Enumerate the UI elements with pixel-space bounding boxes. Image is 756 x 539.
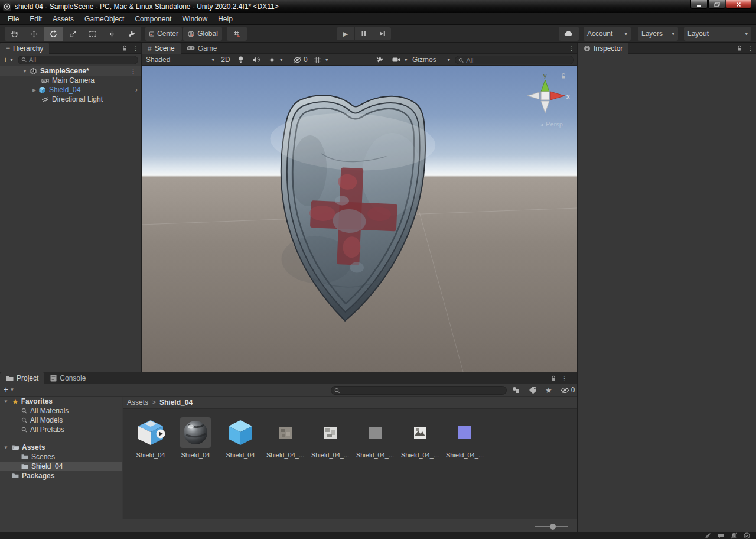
asset-item-normal-map[interactable]: Shield_04_... — [442, 417, 487, 459]
create-asset-button[interactable]: + ▾ — [4, 385, 14, 394]
breadcrumb-root[interactable]: Assets — [127, 398, 148, 407]
custom-tools-button[interactable] — [122, 27, 141, 41]
menu-file[interactable]: File — [2, 13, 24, 24]
layers-dropdown[interactable]: Layers ▾ — [638, 27, 678, 41]
slider-knob[interactable] — [550, 524, 556, 530]
transform-tool-button[interactable] — [102, 27, 122, 41]
tree-packages[interactable]: Packages — [0, 471, 122, 480]
tab-scene[interactable]: # Scene — [142, 43, 181, 54]
menu-gameobject[interactable]: GameObject — [79, 13, 129, 24]
shading-mode-dropdown[interactable]: Shaded ▾ — [146, 55, 214, 64]
activity-muted-icon[interactable] — [705, 532, 711, 539]
progress-check-icon[interactable] — [744, 532, 750, 539]
chevron-down-icon[interactable]: ▾ — [10, 57, 13, 63]
menu-help[interactable]: Help — [213, 13, 238, 24]
menu-window[interactable]: Window — [177, 13, 213, 24]
asset-item-prefab[interactable]: Shield_04 — [128, 417, 173, 459]
scene-audio-button[interactable] — [252, 55, 260, 64]
kebab-menu-icon[interactable]: ⋮ — [568, 45, 575, 51]
asset-item-texture[interactable]: Shield_04_... — [263, 417, 308, 459]
favorites-star-icon[interactable]: ★ — [545, 387, 552, 394]
tab-project[interactable]: Project — [0, 372, 44, 384]
play-button[interactable]: ▶ — [337, 27, 354, 40]
scene-tools-button[interactable] — [376, 55, 384, 64]
project-search-input[interactable] — [343, 387, 503, 394]
grid-snapping-button[interactable] — [227, 27, 247, 41]
asset-item-texture[interactable]: Shield_04_... — [353, 417, 397, 459]
close-button[interactable] — [726, 0, 751, 9]
scene-viewport[interactable]: y x ◄ Persp — [142, 66, 577, 372]
project-visibility-button[interactable]: 0 — [561, 386, 575, 394]
tree-folder-shield04[interactable]: Shield_04 — [0, 462, 122, 471]
menu-component[interactable]: Component — [129, 13, 177, 24]
scene-grid-dropdown[interactable]: ▾ — [314, 55, 328, 64]
pivot-toggle-button[interactable]: Center — [145, 27, 182, 41]
kebab-menu-icon[interactable]: ⋮ — [747, 45, 754, 51]
scene-root-row[interactable]: ▼ SampleScene* ⋮ — [0, 66, 141, 76]
kebab-menu-icon[interactable]: ⋮ — [130, 68, 136, 74]
gizmos-dropdown[interactable]: Gizmos ▾ — [412, 55, 450, 64]
kebab-menu-icon[interactable]: ⋮ — [132, 45, 139, 51]
scene-camera-dropdown[interactable]: ▾ — [392, 55, 408, 64]
tree-all-models[interactable]: All Models — [0, 415, 122, 425]
asset-item-texture[interactable]: Shield_04_... — [308, 417, 353, 459]
tree-assets[interactable]: ▼ Assets — [0, 443, 122, 452]
cloud-services-button[interactable] — [559, 27, 579, 41]
project-search[interactable] — [331, 386, 507, 395]
tree-favorites[interactable]: ▼ ★ Favorites — [0, 397, 122, 406]
menu-edit[interactable]: Edit — [24, 13, 47, 24]
thumbnail-size-slider[interactable] — [535, 526, 568, 527]
scene-visibility-button[interactable]: 0 — [293, 55, 308, 64]
tree-all-materials[interactable]: All Materials — [0, 406, 122, 415]
pause-button[interactable] — [355, 27, 373, 40]
chevron-right-icon[interactable]: › — [135, 86, 138, 94]
lock-icon[interactable] — [122, 45, 128, 51]
scene-search-input[interactable] — [466, 57, 571, 64]
hierarchy-item-shield[interactable]: ▶ Shield_04 › — [0, 85, 141, 95]
projection-mode-label[interactable]: ◄ Persp — [524, 121, 577, 128]
lock-icon[interactable] — [550, 375, 556, 382]
tree-all-prefabs[interactable]: All Prefabs — [0, 425, 122, 434]
menu-assets[interactable]: Assets — [47, 13, 79, 24]
notification-muted-icon[interactable] — [731, 532, 737, 539]
tree-folder-scenes[interactable]: Scenes — [0, 452, 122, 462]
lock-icon[interactable] — [737, 45, 742, 51]
hand-tool-button[interactable] — [5, 27, 24, 41]
layout-dropdown[interactable]: Layout ▾ — [684, 27, 751, 41]
hierarchy-item-directional-light[interactable]: Directional Light — [0, 95, 141, 104]
step-button[interactable] — [373, 27, 391, 40]
tab-game[interactable]: Game — [181, 43, 223, 54]
foldout-closed-icon[interactable]: ▶ — [31, 87, 38, 93]
create-object-button[interactable]: + — [3, 56, 8, 64]
2d-toggle-button[interactable]: 2D — [219, 55, 233, 64]
tab-hierarchy[interactable]: ≡ Hierarchy — [0, 43, 49, 54]
breadcrumb-current[interactable]: Shield_04 — [159, 398, 193, 407]
scene-lighting-button[interactable] — [237, 55, 244, 64]
search-by-type-icon[interactable] — [511, 386, 520, 394]
foldout-open-icon[interactable]: ▼ — [2, 445, 9, 450]
hierarchy-search[interactable] — [18, 56, 138, 64]
kebab-menu-icon[interactable]: ⋮ — [561, 375, 568, 382]
message-muted-icon[interactable] — [718, 532, 724, 539]
asset-item-texture[interactable]: Shield_04_... — [397, 417, 442, 459]
restore-button[interactable] — [708, 0, 725, 9]
account-dropdown[interactable]: Account ▾ — [584, 27, 631, 41]
tab-inspector[interactable]: Inspector — [578, 43, 628, 54]
move-tool-button[interactable] — [24, 27, 44, 41]
foldout-open-icon[interactable]: ▼ — [21, 69, 28, 74]
asset-item-model[interactable]: Shield_04 — [218, 417, 263, 459]
scene-search[interactable] — [455, 56, 574, 64]
search-by-label-icon[interactable] — [529, 387, 537, 394]
tab-console[interactable]: Console — [44, 372, 92, 384]
rotate-tool-button[interactable] — [44, 27, 63, 41]
hierarchy-search-input[interactable] — [29, 56, 135, 63]
hierarchy-item-main-camera[interactable]: Main Camera — [0, 76, 141, 85]
space-toggle-button[interactable]: Global — [183, 27, 222, 41]
scale-tool-button[interactable] — [63, 27, 83, 41]
rect-tool-button[interactable] — [83, 27, 102, 41]
scene-effects-dropdown[interactable]: ▾ — [268, 55, 283, 64]
scene-orientation-gizmo[interactable]: y x — [520, 70, 573, 119]
minimize-button[interactable] — [690, 0, 708, 9]
foldout-open-icon[interactable]: ▼ — [2, 399, 9, 404]
asset-item-material[interactable]: Shield_04 — [173, 417, 218, 459]
